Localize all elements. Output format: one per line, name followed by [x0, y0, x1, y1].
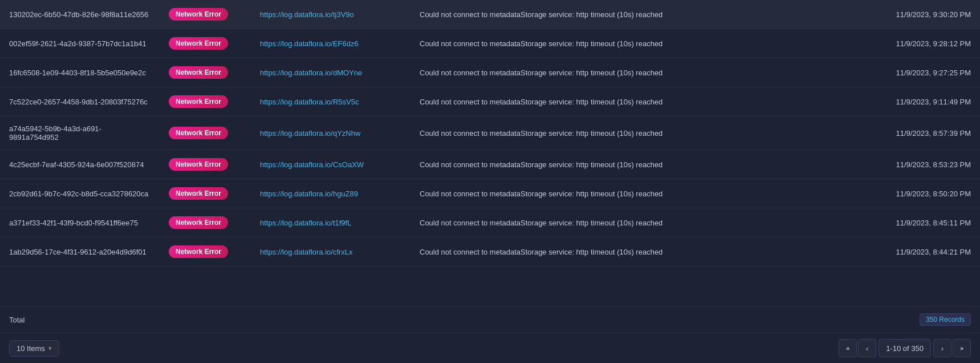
row-link[interactable]: https://log.dataflora.io/hguZ89 — [251, 179, 410, 208]
row-date: 11/9/2023, 9:27:25 PM — [866, 58, 980, 87]
row-status: Network Error — [160, 116, 251, 150]
row-id: 002ef59f-2621-4a2d-9387-57b7dc1a1b41 — [0, 29, 160, 58]
row-id: 2cb92d61-9b7c-492c-b8d5-cca3278620ca — [0, 179, 160, 208]
network-error-badge: Network Error — [169, 187, 228, 200]
row-link[interactable]: https://log.dataflora.io/dMOYne — [251, 58, 410, 87]
row-message: Could not connect to metadataStorage ser… — [410, 29, 866, 58]
row-status: Network Error — [160, 0, 251, 29]
row-date: 11/9/2023, 8:57:39 PM — [866, 116, 980, 150]
row-message: Could not connect to metadataStorage ser… — [410, 87, 866, 116]
first-page-button[interactable]: « — [839, 339, 857, 357]
row-date: 11/9/2023, 9:11:49 PM — [866, 87, 980, 116]
row-date: 11/9/2023, 9:30:20 PM — [866, 0, 980, 29]
network-error-badge: Network Error — [169, 95, 228, 108]
table-row: 7c522ce0-2657-4458-9db1-20803f75276c Net… — [0, 87, 980, 116]
row-link[interactable]: https://log.dataflora.io/tj3V9o — [251, 0, 410, 29]
row-id: 16fc6508-1e09-4403-8f18-5b5e050e9e2c — [0, 58, 160, 87]
footer-pagination: 10 Items ▾ « ‹ 1-10 of 350 › » — [0, 333, 980, 363]
row-status: Network Error — [160, 87, 251, 116]
log-link[interactable]: https://log.dataflora.io/CsOaXW — [260, 160, 364, 169]
network-error-badge: Network Error — [169, 37, 228, 50]
network-error-badge: Network Error — [169, 66, 228, 79]
footer-total: Total 350 Records — [0, 306, 980, 333]
log-link[interactable]: https://log.dataflora.io/t1f9fL — [260, 219, 351, 227]
row-status: Network Error — [160, 179, 251, 208]
table-row: 002ef59f-2621-4a2d-9387-57b7dc1a1b41 Net… — [0, 29, 980, 58]
items-per-page-select[interactable]: 10 Items ▾ — [9, 340, 59, 357]
network-error-badge: Network Error — [169, 216, 228, 229]
row-message: Could not connect to metadataStorage ser… — [410, 0, 866, 29]
row-message: Could not connect to metadataStorage ser… — [410, 179, 866, 208]
network-error-badge: Network Error — [169, 245, 228, 258]
pagination-controls: « ‹ 1-10 of 350 › » — [839, 339, 971, 357]
row-date: 11/9/2023, 8:45:11 PM — [866, 208, 980, 237]
table-row: 1ab29d56-17ce-4f31-9612-a20e4d9d6f01 Net… — [0, 237, 980, 267]
log-link[interactable]: https://log.dataflora.io/EF6dz6 — [260, 39, 359, 48]
items-per-page-label: 10 Items — [17, 344, 45, 353]
records-badge: 350 Records — [920, 313, 971, 326]
chevron-down-icon: ▾ — [48, 345, 52, 352]
row-link[interactable]: https://log.dataflora.io/CsOaXW — [251, 150, 410, 179]
last-page-button[interactable]: » — [953, 339, 971, 357]
row-status: Network Error — [160, 29, 251, 58]
prev-page-button[interactable]: ‹ — [858, 339, 876, 357]
row-message: Could not connect to metadataStorage ser… — [410, 237, 866, 267]
log-link[interactable]: https://log.dataflora.io/tj3V9o — [260, 10, 354, 19]
row-link[interactable]: https://log.dataflora.io/t1f9fL — [251, 208, 410, 237]
table-row: 16fc6508-1e09-4403-8f18-5b5e050e9e2c Net… — [0, 58, 980, 87]
row-id: a371ef33-42f1-43f9-bcd0-f9541ff6ee75 — [0, 208, 160, 237]
row-message: Could not connect to metadataStorage ser… — [410, 116, 866, 150]
network-error-badge: Network Error — [169, 8, 228, 21]
row-message: Could not connect to metadataStorage ser… — [410, 208, 866, 237]
row-id: 130202ec-6b50-47db-826e-98f8a11e2656 — [0, 0, 160, 29]
table-row: a371ef33-42f1-43f9-bcd0-f9541ff6ee75 Net… — [0, 208, 980, 237]
log-link[interactable]: https://log.dataflora.io/dMOYne — [260, 68, 362, 77]
row-id: a74a5942-5b9b-4a3d-a691-9891a754d952 — [0, 116, 160, 150]
row-date: 11/9/2023, 8:50:20 PM — [866, 179, 980, 208]
log-link[interactable]: https://log.dataflora.io/cfrxLx — [260, 248, 353, 256]
next-page-button[interactable]: › — [933, 339, 951, 357]
row-date: 11/9/2023, 9:28:12 PM — [866, 29, 980, 58]
network-error-badge: Network Error — [169, 127, 228, 139]
network-error-badge: Network Error — [169, 158, 228, 171]
row-status: Network Error — [160, 58, 251, 87]
row-id: 7c522ce0-2657-4458-9db1-20803f75276c — [0, 87, 160, 116]
row-date: 11/9/2023, 8:53:23 PM — [866, 150, 980, 179]
table-container: 130202ec-6b50-47db-826e-98f8a11e2656 Net… — [0, 0, 980, 306]
row-message: Could not connect to metadataStorage ser… — [410, 58, 866, 87]
row-link[interactable]: https://log.dataflora.io/cfrxLx — [251, 237, 410, 267]
row-link[interactable]: https://log.dataflora.io/qYzNhw — [251, 116, 410, 150]
row-link[interactable]: https://log.dataflora.io/EF6dz6 — [251, 29, 410, 58]
row-link[interactable]: https://log.dataflora.io/R5sV5c — [251, 87, 410, 116]
page-info: 1-10 of 350 — [879, 339, 931, 357]
table-row: 2cb92d61-9b7c-492c-b8d5-cca3278620ca Net… — [0, 179, 980, 208]
log-link[interactable]: https://log.dataflora.io/hguZ89 — [260, 189, 358, 198]
log-link[interactable]: https://log.dataflora.io/qYzNhw — [260, 129, 360, 138]
total-label: Total — [9, 316, 25, 324]
row-status: Network Error — [160, 237, 251, 267]
log-link[interactable]: https://log.dataflora.io/R5sV5c — [260, 98, 359, 106]
table-row: 4c25ecbf-7eaf-4305-924a-6e007f520874 Net… — [0, 150, 980, 179]
log-table: 130202ec-6b50-47db-826e-98f8a11e2656 Net… — [0, 0, 980, 267]
row-id: 1ab29d56-17ce-4f31-9612-a20e4d9d6f01 — [0, 237, 160, 267]
row-id: 4c25ecbf-7eaf-4305-924a-6e007f520874 — [0, 150, 160, 179]
table-row: 130202ec-6b50-47db-826e-98f8a11e2656 Net… — [0, 0, 980, 29]
row-status: Network Error — [160, 150, 251, 179]
table-row: a74a5942-5b9b-4a3d-a691-9891a754d952 Net… — [0, 116, 980, 150]
row-date: 11/9/2023, 8:44:21 PM — [866, 237, 980, 267]
row-status: Network Error — [160, 208, 251, 237]
row-message: Could not connect to metadataStorage ser… — [410, 150, 866, 179]
